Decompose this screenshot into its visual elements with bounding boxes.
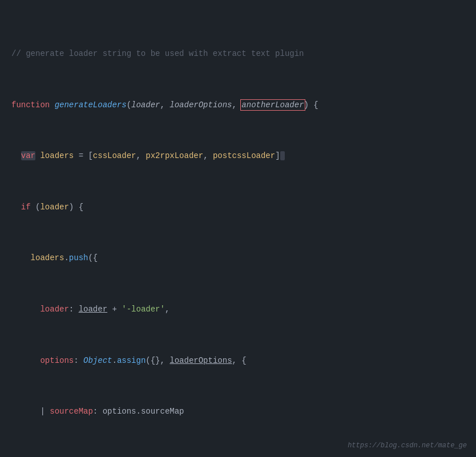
line-options-prop: options: Object.assign({}, loaderOptions… (11, 354, 465, 367)
line-function-def: function generateLoaders(loader, loaderO… (11, 99, 465, 111)
line-if-loader: if (loader) { (11, 201, 465, 213)
line-var: var loaders = [cssLoader, px2rpxLoader, … (11, 149, 465, 162)
var-keyword-highlight: var (21, 151, 35, 160)
code-block: // generate loader string to be used wit… (0, 0, 476, 457)
line-loaders-push: loaders.push({ (11, 252, 465, 264)
line-comment1: // generate loader string to be used wit… (11, 47, 465, 60)
param-anotherLoader-box: anotherLoader (241, 100, 304, 110)
line-sourcemap-prop: | sourceMap: options.sourceMap (11, 405, 465, 418)
line-loader-prop: loader: loader + '-loader', (11, 303, 465, 316)
watermark: https://blog.csdn.net/mate_ge (348, 440, 467, 451)
